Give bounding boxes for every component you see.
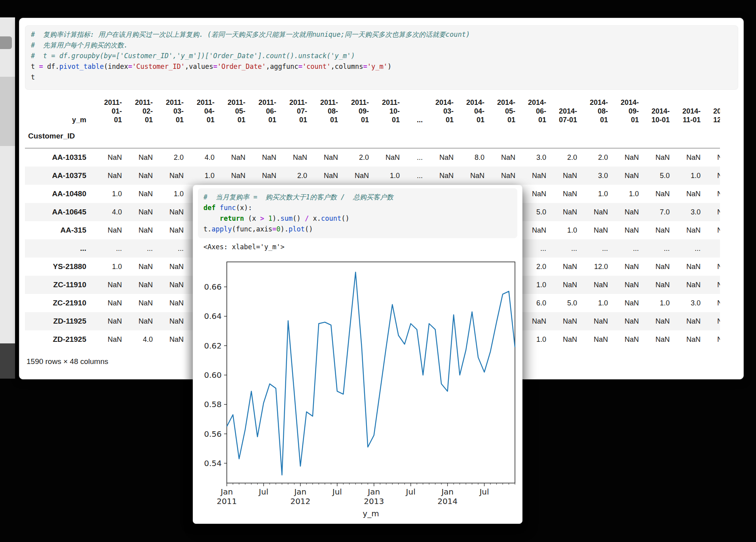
table-cell: 1.0	[519, 335, 549, 344]
column-header: 2014-03-01	[426, 98, 457, 124]
table-cell: NaN	[94, 299, 125, 307]
column-header: 2011-07-01	[279, 98, 310, 124]
y-tick-label: 0.56	[204, 429, 222, 439]
column-header: 2014-05-01	[488, 98, 519, 124]
table-cell: NaN	[94, 281, 125, 289]
row-index-label: ZC-11910	[25, 280, 94, 289]
table-cell: ...	[673, 244, 704, 253]
row-index-label: YS-21880	[25, 262, 94, 271]
table-cell: NaN	[426, 172, 457, 180]
table-cell: 1.0	[519, 281, 549, 289]
table-cell: NaN	[580, 317, 611, 326]
table-cell: NaN	[310, 172, 341, 180]
table-cell: 7.0	[642, 208, 673, 216]
plot-border	[227, 262, 515, 483]
row-index-label: AA-10315	[25, 153, 94, 162]
code-line: t	[25, 72, 738, 83]
x-tick-year-label: 2014	[437, 497, 458, 506]
y-tick-label: 0.54	[204, 459, 222, 468]
table-cell: NaN	[642, 190, 673, 198]
row-index-label: ...	[25, 244, 94, 253]
table-cell: 3.0	[673, 299, 704, 307]
row-index-label: ZD-21925	[25, 335, 94, 344]
table-cell: 1.0	[156, 190, 187, 198]
table-cell: 4.0	[187, 154, 218, 162]
table-cell: NaN	[94, 172, 125, 180]
table-cell: NaN	[125, 299, 156, 307]
table-cell: 4.0	[125, 335, 156, 344]
y-tick-label: 0.66	[204, 282, 222, 292]
column-header: 2011-02-01	[125, 98, 156, 124]
x-tick-label: Jul	[258, 487, 268, 497]
table-cell: NaN	[580, 281, 611, 289]
table-cell: NaN	[580, 226, 611, 235]
table-cell: 5.0	[519, 208, 549, 216]
table-cell: NaN	[125, 281, 156, 289]
column-header: 2011-01-01	[94, 98, 125, 124]
columns-name-cell: y_m	[25, 116, 94, 124]
table-cell: NaN	[125, 263, 156, 271]
column-header: 2014-06-01	[519, 98, 549, 124]
table-cell: NaN	[156, 263, 187, 271]
window-edge-strip	[0, 17, 15, 379]
table-cell: 8.0	[457, 154, 488, 162]
table-cell: NaN	[125, 226, 156, 235]
table-cell: 3.0	[673, 208, 704, 216]
table-header-row: y_m2011-01-012011-02-012011-03-012011-04…	[25, 89, 720, 124]
table-cell: NaN	[457, 172, 488, 180]
table-cell: NaN	[426, 154, 457, 162]
table-cell: NaN	[704, 299, 720, 307]
x-tick-label: Jul	[405, 487, 416, 497]
table-cell: 1.0	[372, 172, 403, 180]
table-cell: NaN	[611, 154, 642, 162]
code-editor-cell-1[interactable]: # 复购率计算指标: 用户在该月购买过一次以上算复购. (若同一天购买多次只能算…	[25, 25, 738, 90]
table-cell: NaN	[125, 208, 156, 216]
table-cell: 5.0	[642, 172, 673, 180]
table-row: AA-10315NaNNaN2.04.0NaNNaNNaNNaN2.0NaN..…	[25, 148, 720, 167]
row-index-label: AA-315	[25, 226, 94, 235]
table-cell: NaN	[580, 208, 611, 216]
table-cell: NaN	[94, 226, 125, 235]
table-cell: NaN	[549, 281, 580, 289]
table-cell: NaN	[704, 335, 720, 344]
table-cell: NaN	[673, 190, 704, 198]
window-edge-segment-dark	[0, 343, 15, 379]
table-cell: NaN	[519, 172, 549, 180]
table-cell: NaN	[611, 226, 642, 235]
row-index-label: ZD-11925	[25, 317, 94, 326]
table-cell: NaN	[549, 208, 580, 216]
table-cell: NaN	[673, 281, 704, 289]
table-cell: NaN	[704, 190, 720, 198]
code-line: # t = df.groupby(by=['Customer_ID','y_m'…	[25, 51, 738, 61]
table-cell: ...	[642, 244, 673, 253]
table-cell: ...	[519, 244, 549, 253]
column-header: 2011-06-01	[249, 98, 279, 124]
table-cell: NaN	[156, 226, 187, 235]
table-cell: NaN	[611, 281, 642, 289]
table-cell: ...	[156, 244, 187, 253]
table-cell: NaN	[94, 317, 125, 326]
table-cell: NaN	[279, 154, 310, 162]
x-tick-label: Jan	[367, 487, 380, 497]
table-cell: ...	[611, 244, 642, 253]
table-cell: NaN	[488, 172, 519, 180]
table-cell: NaN	[156, 281, 187, 289]
table-cell: 12.0	[580, 263, 611, 271]
table-cell: NaN	[611, 208, 642, 216]
table-cell: NaN	[549, 190, 580, 198]
table-cell: NaN	[549, 263, 580, 271]
table-cell: NaN	[372, 154, 403, 162]
table-cell: NaN	[580, 335, 611, 344]
table-cell: NaN	[673, 154, 704, 162]
table-cell: NaN	[704, 208, 720, 216]
table-cell: NaN	[673, 335, 704, 344]
table-cell: NaN	[704, 226, 720, 235]
table-cell: NaN	[125, 317, 156, 326]
table-cell: 1.0	[187, 172, 218, 180]
table-cell: 4.0	[94, 208, 125, 216]
row-index-label: AA-10480	[25, 190, 94, 198]
table-cell: NaN	[519, 190, 549, 198]
table-cell: NaN	[125, 172, 156, 180]
table-cell: NaN	[642, 154, 673, 162]
code-line: # 复购率计算指标: 用户在该月购买过一次以上算复购. (若同一天购买多次只能算…	[25, 29, 738, 40]
